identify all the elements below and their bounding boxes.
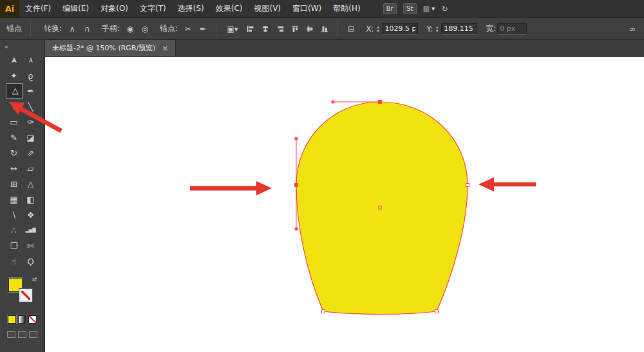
- eyedropper-tool[interactable]: ∖: [6, 207, 23, 222]
- workspace-switcher[interactable]: ▥ ▾: [423, 5, 435, 13]
- close-tab-icon[interactable]: ×: [162, 44, 168, 53]
- panel-label: 锚点: [6, 23, 22, 34]
- canvas[interactable]: [45, 57, 644, 352]
- scale-tool[interactable]: ⇗: [23, 145, 39, 161]
- convert-to-corner-button[interactable]: ∧: [66, 23, 79, 35]
- align-right-button[interactable]: [274, 23, 287, 35]
- column-graph-tool[interactable]: ▂▅▇: [23, 222, 39, 238]
- stock-button[interactable]: St: [403, 3, 417, 14]
- swap-fill-stroke-icon[interactable]: ⇄: [32, 276, 37, 282]
- width-tool[interactable]: ↔: [6, 161, 23, 176]
- drawing-mode-buttons: [7, 331, 37, 338]
- magic-wand-tool[interactable]: ✦: [6, 68, 23, 83]
- artboard-tool[interactable]: ❐: [6, 238, 23, 253]
- hide-handles-button[interactable]: ◎: [138, 23, 151, 35]
- line-segment-tool[interactable]: ╲: [23, 99, 39, 114]
- menu-type[interactable]: 文字(T): [134, 0, 172, 17]
- magic-wand-tool-icon: ✦: [10, 71, 17, 81]
- color-mode-buttons: [8, 315, 37, 324]
- menu-object[interactable]: 对象(O): [95, 0, 134, 17]
- zoom-tool[interactable]: Ϙ: [23, 253, 39, 269]
- convert-corner-icon: ∧: [70, 24, 75, 34]
- menubar-right-controls: Br St ▥ ▾ ↻: [383, 3, 448, 14]
- eraser-tool[interactable]: ◪: [23, 130, 39, 145]
- rectangle-tool[interactable]: ▭: [6, 114, 23, 130]
- draw-normal-button[interactable]: [7, 331, 15, 338]
- hand-tool[interactable]: ☝: [6, 253, 23, 269]
- gradient-tool[interactable]: ◧: [23, 191, 39, 207]
- direct-selection-tool-icon: ▷: [9, 88, 19, 94]
- app-logo[interactable]: Ai: [0, 0, 19, 18]
- menu-file[interactable]: 文件(F): [19, 0, 57, 17]
- eraser-tool-icon: ◪: [26, 133, 34, 142]
- menu-edit[interactable]: 编辑(E): [57, 0, 95, 17]
- lasso-tool[interactable]: ϱ: [23, 68, 39, 83]
- stroke-none-swatch[interactable]: [19, 288, 33, 302]
- width-tool-icon: ↔: [10, 164, 17, 173]
- vertical-align-bottom-button[interactable]: [318, 23, 331, 35]
- selection-tool[interactable]: ➤: [6, 52, 23, 68]
- bridge-button[interactable]: Br: [383, 3, 397, 14]
- gradient-button[interactable]: [18, 315, 26, 324]
- x-input[interactable]: [382, 23, 418, 35]
- paintbrush-tool[interactable]: ✑: [23, 114, 39, 130]
- color-button[interactable]: [8, 315, 16, 324]
- shape-path[interactable]: [296, 102, 468, 315]
- cut-path-button[interactable]: ✂: [182, 23, 194, 35]
- align-center-horizontal-button[interactable]: [259, 23, 272, 35]
- menu-window[interactable]: 窗口(W): [287, 0, 327, 17]
- handle-endpoint-top[interactable]: [331, 100, 334, 103]
- vertical-align-bottom-icon: [321, 25, 328, 33]
- zoom-tool-icon: Ϙ: [27, 257, 33, 266]
- menu-help[interactable]: 帮助(H): [327, 0, 366, 17]
- vertical-align-top-button[interactable]: [289, 23, 301, 35]
- anchor-bottom-right[interactable]: [435, 310, 439, 313]
- draw-behind-button[interactable]: [18, 331, 26, 338]
- group-selection-tool[interactable]: ➢: [23, 52, 39, 68]
- draw-inside-button[interactable]: [29, 331, 37, 338]
- x-stepper[interactable]: ▴ ▾: [375, 25, 381, 33]
- type-tool[interactable]: T: [6, 99, 23, 114]
- share-icon[interactable]: ↻: [442, 5, 448, 14]
- anchor-left-selected[interactable]: [295, 184, 298, 187]
- divider: [216, 21, 216, 37]
- remove-anchor-button[interactable]: ✒: [196, 23, 209, 35]
- rotate-tool-icon: ↻: [10, 148, 17, 158]
- anchor-bottom-left[interactable]: [322, 310, 325, 313]
- corner-widget-button[interactable]: ▣ ▾: [223, 23, 242, 35]
- collapse-panel-button[interactable]: «: [0, 40, 13, 52]
- rotate-tool[interactable]: ↻: [6, 145, 23, 161]
- show-handles-button[interactable]: ◉: [124, 23, 137, 35]
- width-input[interactable]: [497, 23, 527, 35]
- menu-effect[interactable]: 效果(C): [210, 0, 249, 17]
- blend-tool[interactable]: ❖: [23, 207, 39, 222]
- align-left-button[interactable]: [244, 23, 257, 35]
- perspective-grid-tool[interactable]: △: [23, 176, 39, 191]
- document-tab[interactable]: 未标题-2* @ 150% (RGB/预览) ×: [45, 40, 176, 56]
- y-input[interactable]: [441, 23, 477, 35]
- reference-point-button[interactable]: ⊟: [345, 23, 357, 35]
- pen-tool[interactable]: ✒: [23, 83, 39, 99]
- workspace-icon: ▥: [423, 5, 430, 13]
- anchor-top[interactable]: [379, 101, 382, 104]
- none-button[interactable]: [28, 315, 37, 324]
- handle-endpoint-left-down[interactable]: [294, 227, 298, 230]
- convert-smooth-icon: ∩: [84, 24, 90, 34]
- free-transform-tool[interactable]: ▱: [23, 161, 39, 176]
- handle-endpoint-left-up[interactable]: [294, 137, 298, 140]
- menu-view[interactable]: 视图(V): [248, 0, 287, 17]
- convert-to-smooth-button[interactable]: ∩: [80, 23, 93, 35]
- slice-tool[interactable]: ✄: [23, 238, 39, 253]
- link-button[interactable]: ∞: [626, 23, 639, 35]
- mesh-tool[interactable]: ▦: [6, 191, 23, 207]
- shape-builder-tool[interactable]: ⊞: [6, 176, 23, 191]
- pencil-tool[interactable]: ✎: [6, 130, 23, 145]
- illustrator-window: Ai 文件(F) 编辑(E) 对象(O) 文字(T) 选择(S) 效果(C) 视…: [0, 0, 644, 352]
- anchor-right[interactable]: [466, 184, 469, 187]
- menu-select[interactable]: 选择(S): [172, 0, 210, 17]
- width-label: 宽:: [486, 23, 496, 34]
- direct-selection-tool[interactable]: ▷: [6, 83, 23, 99]
- symbol-sprayer-tool[interactable]: ∴: [6, 222, 23, 238]
- y-stepper[interactable]: ▴ ▾: [434, 25, 440, 33]
- vertical-align-center-button[interactable]: [303, 23, 316, 35]
